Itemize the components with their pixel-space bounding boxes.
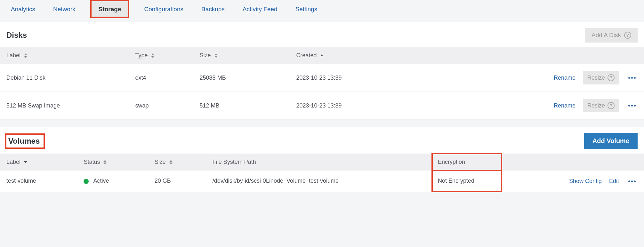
table-row: test-volume Active 20 GB /dev/disk/by-id… <box>0 171 644 192</box>
rename-link[interactable]: Rename <box>554 75 576 81</box>
tab-storage[interactable]: Storage <box>92 1 128 17</box>
volumes-col-encryption-text: Encryption <box>438 159 465 165</box>
disks-col-type[interactable]: Type <box>129 47 193 64</box>
volumes-col-fspath-text: File System Path <box>213 159 256 165</box>
sort-icon <box>103 160 107 164</box>
add-volume-button[interactable]: Add Volume <box>584 133 638 149</box>
volume-status-text: Active <box>93 178 109 184</box>
resize-label: Resize <box>587 102 605 109</box>
add-disk-label: Add A Disk <box>592 32 621 39</box>
volumes-col-label-text: Label <box>6 159 20 165</box>
disk-type: ext4 <box>129 64 193 92</box>
help-icon: ? <box>608 74 615 81</box>
volumes-section: Volumes Add Volume Label Status Size <box>0 127 644 192</box>
disk-size: 512 MB <box>193 92 290 120</box>
disk-label: Debian 11 Disk <box>0 64 129 92</box>
tab-storage-highlight: Storage <box>90 0 130 18</box>
tab-activity-feed[interactable]: Activity Feed <box>239 0 281 18</box>
status-active-icon <box>84 179 89 184</box>
resize-label: Resize <box>587 75 605 81</box>
volume-label: test-volume <box>0 171 77 192</box>
volume-fspath: /dev/disk/by-id/scsi-0Linode_Volume_test… <box>206 171 431 192</box>
more-actions-icon[interactable] <box>626 103 638 108</box>
volumes-table: Label Status Size File System Path Encry… <box>0 154 644 192</box>
volumes-col-status-text: Status <box>84 159 100 165</box>
rename-link[interactable]: Rename <box>554 102 576 109</box>
volumes-title: Volumes <box>5 133 45 149</box>
disks-section: Disks Add A Disk ? Label Type Size <box>0 22 644 120</box>
volume-status: Active <box>77 171 148 192</box>
sort-icon <box>151 53 154 58</box>
table-row: 512 MB Swap Image swap 512 MB 2023-10-23… <box>0 92 644 120</box>
volumes-col-size-text: Size <box>155 159 166 165</box>
volumes-col-encryption[interactable]: Encryption <box>431 154 502 171</box>
help-icon: ? <box>608 102 615 109</box>
help-icon: ? <box>624 32 631 39</box>
disk-type: swap <box>129 92 193 120</box>
show-config-link[interactable]: Show Config <box>569 178 602 184</box>
tab-configurations[interactable]: Configurations <box>141 0 187 18</box>
resize-button[interactable]: Resize ? <box>583 99 619 112</box>
disks-col-type-text: Type <box>135 52 148 59</box>
disk-created: 2023-10-23 13:39 <box>290 92 451 120</box>
volumes-col-fspath[interactable]: File System Path <box>206 154 431 171</box>
disks-col-size-text: Size <box>200 52 211 59</box>
volume-size: 20 GB <box>148 171 206 192</box>
volume-encryption: Not Encrypted <box>431 171 502 192</box>
more-actions-icon[interactable] <box>626 75 638 81</box>
volumes-col-size[interactable]: Size <box>148 154 206 171</box>
tab-backups[interactable]: Backups <box>198 0 228 18</box>
disks-col-label[interactable]: Label <box>0 47 129 64</box>
volumes-col-status[interactable]: Status <box>77 154 148 171</box>
volumes-col-label[interactable]: Label <box>0 154 77 171</box>
tab-network[interactable]: Network <box>50 0 79 18</box>
tab-settings[interactable]: Settings <box>292 0 321 18</box>
tab-analytics[interactable]: Analytics <box>8 0 38 18</box>
more-actions-icon[interactable] <box>626 179 638 184</box>
disks-col-size[interactable]: Size <box>193 47 290 64</box>
sort-desc-icon <box>24 161 27 163</box>
tab-bar: Analytics Network Storage Configurations… <box>0 0 644 18</box>
sort-icon <box>24 53 27 58</box>
sort-asc-icon <box>320 54 323 57</box>
disks-table: Label Type Size Created <box>0 47 644 120</box>
disk-size: 25088 MB <box>193 64 290 92</box>
disks-col-created-text: Created <box>296 52 317 59</box>
resize-button[interactable]: Resize ? <box>583 71 619 84</box>
table-row: Debian 11 Disk ext4 25088 MB 2023-10-23 … <box>0 64 644 92</box>
disks-col-created[interactable]: Created <box>290 47 451 64</box>
disks-title: Disks <box>6 31 27 40</box>
sort-icon <box>214 53 218 58</box>
add-disk-button[interactable]: Add A Disk ? <box>585 28 638 43</box>
edit-link[interactable]: Edit <box>609 178 619 184</box>
disk-created: 2023-10-23 13:39 <box>290 64 451 92</box>
disks-col-label-text: Label <box>6 52 20 59</box>
disk-label: 512 MB Swap Image <box>0 92 129 120</box>
sort-icon <box>169 160 173 164</box>
